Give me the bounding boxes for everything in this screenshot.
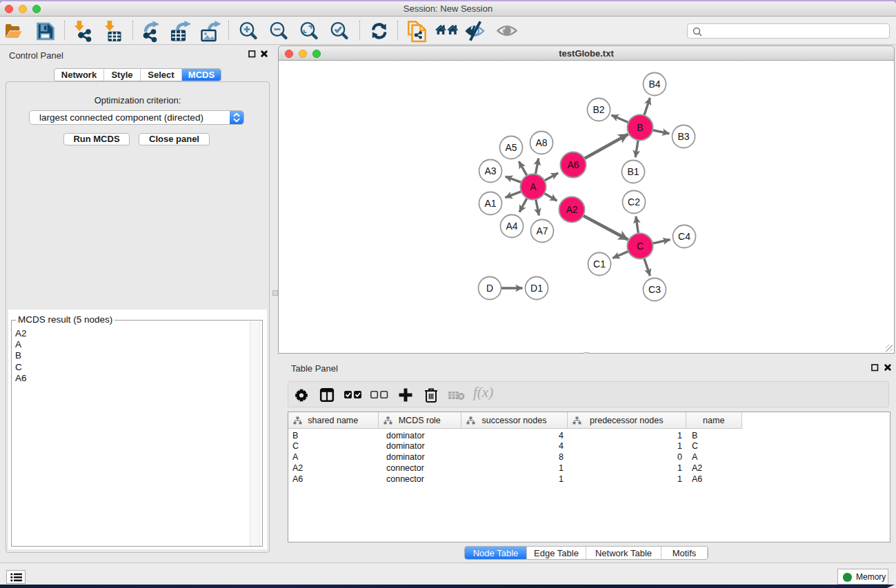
- svg-text:B2: B2: [593, 104, 604, 115]
- svg-text:C4: C4: [678, 231, 690, 242]
- svg-text:B: B: [637, 122, 643, 133]
- svg-text:C2: C2: [628, 196, 640, 207]
- svg-text:A1: A1: [484, 198, 496, 209]
- svg-text:C: C: [637, 241, 644, 252]
- svg-text:A3: A3: [484, 165, 496, 176]
- svg-text:A6: A6: [567, 159, 579, 170]
- svg-text:A2: A2: [566, 204, 577, 215]
- svg-text:C3: C3: [648, 284, 661, 295]
- svg-text:D1: D1: [530, 283, 543, 294]
- svg-text:A: A: [530, 181, 537, 192]
- svg-text:A4: A4: [506, 221, 517, 232]
- svg-text:B3: B3: [677, 131, 689, 142]
- svg-text:B4: B4: [648, 79, 660, 90]
- svg-text:A5: A5: [505, 142, 517, 153]
- svg-text:A8: A8: [535, 137, 547, 148]
- svg-text:B1: B1: [627, 166, 639, 177]
- svg-text:C1: C1: [593, 258, 606, 270]
- svg-text:A7: A7: [536, 225, 548, 236]
- svg-text:D: D: [486, 283, 493, 294]
